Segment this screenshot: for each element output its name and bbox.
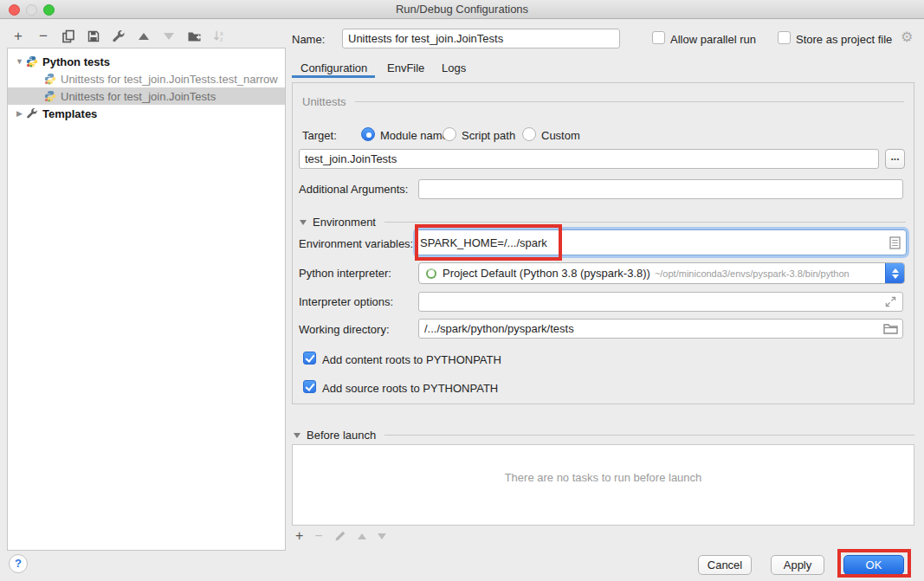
tree-item-unittests-narrow[interactable]: Unittests for test_join.JoinTests.test_n… — [8, 70, 285, 87]
interpreter-value: Project Default (Python 3.8 (pyspark-3.8… — [443, 267, 650, 280]
environment-variables-field[interactable] — [416, 229, 907, 255]
group-separator-line — [355, 101, 904, 102]
tree-item-label: Unittests for test_join.JoinTests — [61, 90, 216, 103]
run-debug-configurations-dialog: { "window": { "title": "Run/Debug Config… — [0, 0, 924, 581]
working-directory-input[interactable] — [418, 319, 903, 339]
environment-variables-label: Environment variables: — [299, 237, 413, 250]
python-interpreter-label: Python interpreter: — [299, 267, 391, 280]
collapse-triangle-icon[interactable] — [294, 433, 300, 438]
move-up-icon[interactable] — [358, 533, 366, 539]
before-launch-group-header: Before launch — [294, 429, 914, 442]
tab-configuration[interactable]: Configuration — [300, 61, 367, 74]
radio-module-name[interactable] — [361, 127, 375, 141]
collapse-triangle-icon[interactable] — [300, 220, 307, 225]
group-separator-line — [384, 435, 914, 436]
new-folder-icon[interactable] — [186, 29, 202, 44]
tree-item-templates[interactable]: ▶ Templates — [8, 105, 285, 122]
python-icon — [26, 55, 38, 68]
tree-item-unittests-jointests[interactable]: Unittests for test_join.JoinTests — [8, 87, 285, 105]
name-input[interactable] — [342, 29, 620, 48]
unittests-group-header: Unittests — [302, 95, 904, 108]
expand-icon[interactable] — [885, 296, 896, 307]
edit-pencil-icon[interactable] — [334, 530, 346, 542]
chevron-right-icon[interactable]: ▶ — [15, 109, 24, 118]
apply-button[interactable]: Apply — [771, 555, 824, 575]
cancel-button[interactable]: Cancel — [698, 555, 752, 575]
radio-script-path-label: Script path — [462, 129, 515, 142]
edit-templates-wrench-icon[interactable] — [111, 29, 126, 44]
chevron-down-icon — [892, 274, 899, 279]
name-label: Name: — [292, 33, 325, 46]
environment-variables-input[interactable] — [420, 232, 879, 253]
combo-chevron-button[interactable] — [885, 263, 904, 283]
add-source-roots-label: Add source roots to PYTHONPATH — [322, 382, 498, 395]
minus-glyph: − — [39, 29, 48, 44]
radio-custom[interactable] — [522, 127, 536, 141]
active-tab-underline — [292, 75, 375, 78]
add-content-roots-label: Add content roots to PYTHONPATH — [322, 353, 501, 366]
svg-text:a: a — [220, 30, 223, 36]
interpreter-options-input[interactable] — [418, 292, 903, 312]
remove-icon[interactable]: − — [36, 29, 51, 44]
radio-module-name-label: Module name — [380, 129, 449, 142]
group-separator-line — [384, 222, 906, 223]
interpreter-options-label: Interpreter options: — [299, 295, 393, 308]
copy-icon[interactable] — [61, 29, 76, 44]
python-test-icon — [44, 90, 56, 102]
move-down-icon[interactable] — [378, 533, 386, 539]
before-launch-empty-text: There are no tasks to run before launch — [293, 471, 914, 484]
title-bar: Run/Debug Configurations — [0, 0, 924, 19]
store-as-project-file-checkbox[interactable] — [778, 31, 791, 44]
browse-variables-icon[interactable] — [889, 236, 901, 249]
add-icon[interactable]: + — [295, 528, 303, 544]
configurations-tree: ▼ Python tests Unittests for test_join.J… — [7, 48, 286, 551]
python-test-icon — [44, 73, 56, 85]
before-launch-toolbar: + − — [295, 528, 386, 544]
ok-button[interactable]: OK — [843, 555, 904, 575]
help-button[interactable]: ? — [9, 554, 28, 573]
radio-script-path[interactable] — [443, 127, 456, 141]
plus-glyph: + — [14, 29, 23, 44]
allow-parallel-run-checkbox[interactable] — [652, 31, 665, 44]
unittests-group-label: Unittests — [302, 95, 346, 108]
tree-item-label: Unittests for test_join.JoinTests.test_n… — [61, 73, 278, 86]
add-source-roots-checkbox[interactable] — [303, 380, 316, 393]
gear-icon[interactable]: ⚙ — [901, 29, 913, 45]
window-title: Run/Debug Configurations — [0, 0, 924, 19]
sort-alphabetically-icon[interactable]: a z — [211, 29, 227, 44]
python-interpreter-select[interactable]: Project Default (Python 3.8 (pyspark-3.8… — [418, 262, 905, 284]
before-launch-task-list: There are no tasks to run before launch — [292, 444, 914, 526]
working-directory-label: Working directory: — [299, 323, 390, 336]
add-content-roots-checkbox[interactable] — [303, 352, 316, 365]
chevron-down-icon[interactable]: ▼ — [15, 57, 24, 66]
allow-parallel-run-label: Allow parallel run — [670, 33, 756, 46]
target-label: Target: — [302, 129, 337, 142]
tree-item-python-tests[interactable]: ▼ Python tests — [8, 53, 285, 70]
environment-group-header: Environment — [300, 216, 906, 229]
move-down-icon[interactable] — [161, 29, 177, 44]
environment-group-label: Environment — [313, 216, 376, 229]
tree-item-label: Python tests — [42, 55, 110, 68]
up-triangle — [139, 33, 149, 40]
down-triangle — [164, 33, 174, 40]
tab-envfile[interactable]: EnvFile — [387, 61, 424, 74]
before-launch-label: Before launch — [307, 429, 376, 442]
module-name-input[interactable] — [299, 149, 879, 169]
additional-arguments-label: Additional Arguments: — [299, 183, 408, 196]
conda-env-icon — [426, 268, 436, 279]
move-up-icon[interactable] — [136, 29, 152, 44]
interpreter-path: ~/opt/miniconda3/envs/pyspark-3.8/bin/py… — [655, 268, 850, 279]
configurations-toolbar: + − a z — [10, 26, 227, 47]
additional-arguments-input[interactable] — [418, 179, 903, 199]
svg-text:z: z — [220, 36, 223, 42]
add-icon[interactable]: + — [10, 29, 26, 44]
wrench-icon — [26, 107, 38, 119]
tab-logs[interactable]: Logs — [442, 61, 466, 74]
store-as-project-file-label: Store as project file — [796, 33, 892, 46]
chevron-up-icon — [892, 268, 899, 273]
browse-button[interactable]: ... — [885, 149, 905, 169]
radio-custom-label: Custom — [541, 129, 580, 142]
save-icon[interactable] — [86, 29, 101, 44]
remove-icon[interactable]: − — [314, 528, 322, 544]
folder-icon[interactable] — [883, 323, 898, 334]
